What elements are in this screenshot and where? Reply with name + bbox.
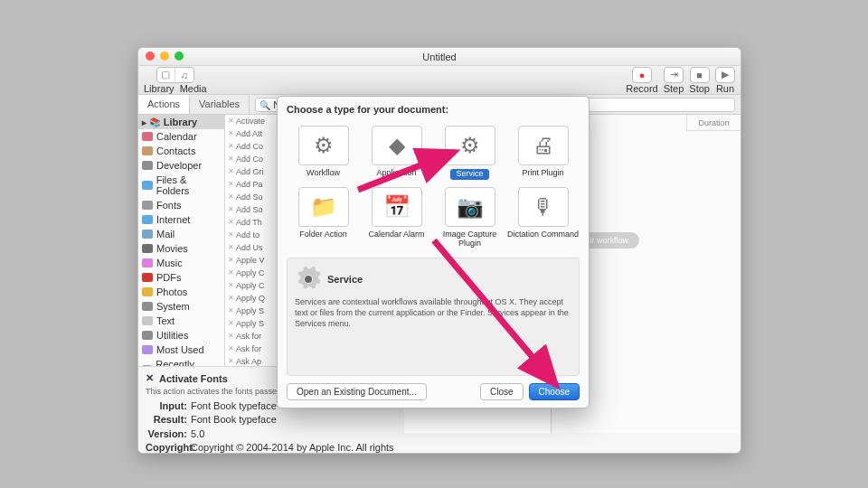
library-item[interactable]: Fonts — [138, 198, 224, 212]
action-row[interactable]: Add So — [225, 203, 282, 216]
library-header[interactable]: ▸ 📚 Library — [138, 115, 224, 129]
window-title: Untitled — [422, 52, 456, 62]
doc-type-icon: 📷 — [445, 187, 495, 227]
action-row[interactable]: Ask for — [225, 343, 282, 355]
action-row[interactable]: Apply C — [225, 267, 282, 279]
action-row[interactable]: Activate — [225, 115, 282, 127]
wrench-icon: ✕ — [146, 372, 154, 384]
dialog-info-text: Services are contextual workflows availa… — [295, 296, 571, 329]
close-window-button[interactable] — [146, 52, 155, 61]
action-row[interactable]: Add Gri — [225, 165, 282, 178]
doc-type-icon: ⚙︎ — [298, 126, 349, 165]
library-item[interactable]: Calendar — [138, 129, 224, 144]
traffic-lights — [146, 52, 184, 61]
library-media-toggle: ▢ ♫ LibraryMedia — [144, 67, 207, 94]
doc-type-calendar-alarm[interactable]: 📅Calendar Alarm — [360, 183, 433, 252]
library-item[interactable]: Movies — [138, 241, 224, 256]
action-row[interactable]: Add Th — [225, 216, 282, 229]
doc-type-icon: 📅 — [372, 187, 422, 227]
action-row[interactable]: Ask for — [225, 330, 282, 343]
action-row[interactable]: Add Co — [225, 140, 282, 153]
choose-button[interactable]: Choose — [529, 383, 580, 400]
doc-type-icon: 🖨 — [518, 126, 569, 165]
doc-type-application[interactable]: ◆Application — [360, 122, 433, 183]
dialog-header: Choose a type for your document: — [278, 97, 589, 122]
action-row[interactable]: Apply S — [225, 305, 282, 317]
action-row[interactable]: Apple V — [225, 254, 282, 267]
doc-type-service[interactable]: ⚙Service — [433, 122, 506, 183]
doc-type-icon: 📁 — [298, 187, 349, 227]
action-row[interactable]: Apply Q — [225, 292, 282, 305]
library-item[interactable]: System — [138, 299, 224, 314]
duration-column-header: Duration — [686, 115, 741, 131]
action-row[interactable]: Add Pa — [225, 178, 282, 191]
doc-type-icon: 🎙 — [518, 187, 569, 227]
open-existing-button[interactable]: Open an Existing Document... — [287, 383, 427, 400]
action-row[interactable]: Apply S — [225, 317, 282, 330]
action-row[interactable]: Apply C — [225, 279, 282, 292]
library-item[interactable]: Internet — [138, 212, 224, 227]
library-item[interactable]: Contacts — [138, 144, 224, 158]
minimize-window-button[interactable] — [160, 52, 169, 61]
svg-point-0 — [305, 276, 312, 283]
gear-icon — [295, 266, 322, 293]
titlebar[interactable]: Untitled — [138, 48, 741, 66]
doc-type-icon: ◆ — [372, 126, 422, 165]
action-row[interactable]: Add Co — [225, 153, 282, 165]
action-row[interactable]: Add Att — [225, 127, 282, 140]
library-item[interactable]: Developer — [138, 158, 224, 173]
doc-type-print-plugin[interactable]: 🖨Print Plugin — [506, 122, 580, 183]
doc-type-icon: ⚙ — [445, 126, 495, 165]
action-row[interactable]: Add to — [225, 229, 282, 241]
dialog-info-panel: Service Services are contextual workflow… — [287, 258, 580, 376]
document-type-dialog: Choose a type for your document: ⚙︎Workf… — [277, 96, 590, 408]
most-used-item[interactable]: Most Used — [138, 343, 224, 357]
library-item[interactable]: Music — [138, 256, 224, 270]
library-item[interactable]: Files & Folders — [138, 173, 224, 198]
doc-type-dictation-command[interactable]: 🎙Dictation Command — [506, 183, 580, 252]
library-item[interactable]: Text — [138, 314, 224, 328]
library-item[interactable]: Utilities — [138, 328, 224, 343]
library-toggle-button[interactable]: ▢ — [157, 68, 175, 82]
stop-button[interactable]: ■ — [691, 68, 709, 82]
library-item[interactable]: PDFs — [138, 270, 224, 285]
action-row[interactable]: Add Us — [225, 241, 282, 254]
tab-actions[interactable]: Actions — [138, 95, 190, 114]
run-button[interactable]: ▶ — [716, 68, 734, 82]
zoom-window-button[interactable] — [175, 52, 184, 61]
tab-variables[interactable]: Variables — [190, 95, 250, 114]
doc-type-folder-action[interactable]: 📁Folder Action — [287, 183, 360, 252]
record-button[interactable]: ● — [633, 68, 651, 82]
doc-type-workflow[interactable]: ⚙︎Workflow — [287, 122, 360, 183]
action-row[interactable]: Add So — [225, 191, 282, 203]
toolbar: ▢ ♫ LibraryMedia ●Record ⇥Step ■Stop ▶Ru… — [138, 66, 741, 95]
media-toggle-button[interactable]: ♫ — [175, 68, 193, 82]
step-button[interactable]: ⇥ — [665, 68, 683, 82]
library-item[interactable]: Photos — [138, 285, 224, 299]
close-button[interactable]: Close — [480, 383, 524, 400]
doc-type-image-capture-plugin[interactable]: 📷Image Capture Plugin — [433, 183, 506, 252]
library-item[interactable]: Mail — [138, 227, 224, 241]
